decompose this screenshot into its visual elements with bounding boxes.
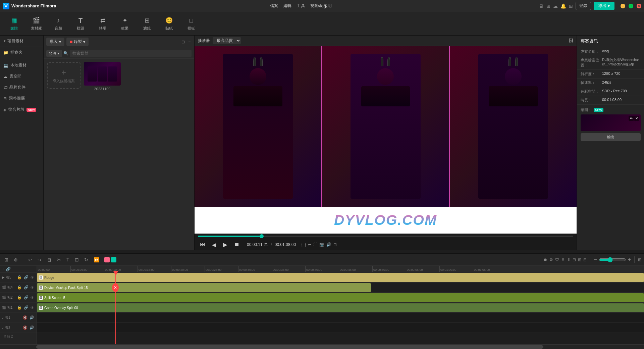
quality-select[interactable]: 最高品質 高品質 中品質 低品質	[213, 37, 241, 44]
import-media-button[interactable]: + 導入媒體檔案	[47, 62, 80, 89]
track-row-a2[interactable]	[37, 323, 644, 333]
tl-rotate-button[interactable]: ↻	[83, 256, 90, 263]
progress-handle[interactable]	[260, 234, 264, 238]
close-button[interactable]: ✕	[637, 4, 641, 8]
media-thumb-20231109[interactable]: 20231109	[84, 62, 121, 91]
tl-export-icon[interactable]: ⬆	[567, 257, 571, 262]
v4-lock-button[interactable]: 🔒	[17, 285, 22, 290]
sidebar-item-local[interactable]: 💻 本地素材	[0, 60, 43, 71]
preview-photo-icon[interactable]: 🖼	[569, 38, 573, 43]
export-thumbnail-button[interactable]: 輸出	[581, 133, 641, 141]
clip-rouge[interactable]: 🎞 Rouge	[37, 273, 644, 282]
v1-link-button[interactable]: 🔗	[23, 305, 29, 310]
v1-lock-button[interactable]: 🔒	[17, 305, 22, 310]
zoom-out-icon[interactable]: −	[594, 257, 597, 263]
menu-edit[interactable]: 編輯	[283, 3, 291, 9]
tl-add-media-button[interactable]: ⊞	[3, 256, 10, 263]
v5-lock-button[interactable]: 🔒	[17, 275, 22, 280]
import-button[interactable]: 導入 ▾	[46, 38, 64, 46]
scrollbar-thumb[interactable]	[36, 345, 543, 349]
menu-view[interactable]: 視圖	[310, 3, 318, 9]
a2-vol-button[interactable]: 🔊	[29, 325, 35, 330]
step-back-button[interactable]: ◀	[210, 241, 218, 249]
export-button[interactable]: 導出 ▾	[594, 2, 614, 10]
play-button[interactable]: ▶	[221, 240, 229, 249]
preset-button[interactable]: 預設 ▾	[46, 50, 62, 57]
maximize-button[interactable]: □	[629, 4, 633, 8]
screenshot-icon[interactable]: 📷	[319, 242, 324, 247]
tl-text-button[interactable]: T	[65, 256, 71, 263]
tl-merge-icon[interactable]: ⊞	[578, 257, 581, 262]
clip-split[interactable]: 🎞 Split Screen 5	[37, 293, 644, 302]
toolbar-item-title[interactable]: T 標題	[70, 14, 91, 34]
v1-eye-button[interactable]: 👁	[30, 305, 35, 310]
track-row-v4[interactable]: 🎞 Device Mockup Pack Split 15	[37, 283, 644, 293]
a1-vol-button[interactable]: 🔊	[29, 315, 35, 320]
menu-file[interactable]: 檔案	[270, 3, 278, 9]
a2-mute-button[interactable]: 🔇	[22, 325, 28, 330]
link-icon[interactable]: 🔗	[6, 267, 11, 271]
toolbar-item-sticker[interactable]: 😊 貼紙	[158, 14, 180, 34]
v5-eye-button[interactable]: 👁	[30, 275, 35, 280]
icon-grid[interactable]: ⊞	[569, 3, 573, 9]
tl-layout-icon[interactable]: ⊞	[638, 257, 641, 262]
tl-shield-icon[interactable]: 🛡	[555, 257, 559, 262]
pip-icon[interactable]: ⊡	[333, 242, 337, 247]
toolbar-item-audio[interactable]: ♪ 音頻	[48, 14, 69, 34]
icon-window-1[interactable]: 🖥	[539, 3, 544, 9]
icon-bell[interactable]: 🔔	[560, 3, 566, 9]
tl-magnet-button[interactable]: ⊛	[12, 256, 19, 263]
toolbar-item-media[interactable]: ▦ 媒體	[3, 14, 25, 34]
sidebar-item-composite[interactable]: ◈ 復合片段 NEW	[0, 104, 43, 115]
sidebar-item-brand[interactable]: 🏷 品牌套件	[0, 82, 43, 93]
tl-settings-icon[interactable]: ⚙	[549, 257, 553, 262]
track-row-v5[interactable]: 🎞 Rouge	[37, 272, 644, 283]
v2-link-button[interactable]: 🔗	[23, 295, 29, 300]
tl-grid-icon[interactable]: ⊞	[583, 257, 587, 262]
sidebar-item-files[interactable]: 📁 檔案夾	[0, 47, 43, 58]
add-track-icon[interactable]: +	[2, 267, 4, 271]
v4-link-button[interactable]: 🔗	[23, 285, 29, 290]
a1-mute-button[interactable]: 🔇	[22, 315, 28, 320]
tl-color-2[interactable]	[111, 257, 116, 262]
toolbar-item-stock[interactable]: 🎬 素材庫	[25, 14, 47, 34]
toolbar-item-filter[interactable]: ⊞ 濾鏡	[136, 14, 158, 34]
tl-color-1[interactable]	[104, 257, 110, 262]
sidebar-item-cloud[interactable]: ☁ 雲空間	[0, 71, 43, 82]
tl-crop-button[interactable]: ⊡	[73, 256, 80, 263]
tl-mic-icon[interactable]: 🎙	[561, 257, 565, 262]
zoom-in-icon[interactable]: +	[628, 257, 631, 263]
progress-bar[interactable]	[198, 236, 573, 237]
clip-device[interactable]: 🎞 Device Mockup Pack Split 15	[37, 283, 371, 292]
timeline-tracks-area[interactable]: 00:00:00 00:00:05:00 00:00:10:00 00:00:1…	[37, 266, 644, 344]
prev-clip-icon[interactable]: ⬅	[308, 242, 311, 247]
icon-cloud[interactable]: ☁	[553, 3, 558, 9]
v4-eye-button[interactable]: 👁	[30, 285, 35, 290]
record-button[interactable]: 錄製 ▾	[66, 38, 89, 46]
search-input[interactable]	[70, 50, 192, 57]
thumb-close-button[interactable]: ✕	[634, 116, 639, 121]
tl-undo-button[interactable]: ↩	[26, 256, 34, 263]
tl-redo-button[interactable]: ↪	[36, 256, 43, 263]
minimize-button[interactable]: –	[621, 4, 625, 8]
fullscreen-icon[interactable]: ⛶	[313, 242, 317, 247]
tl-speed-button[interactable]: ⏩	[92, 256, 101, 263]
timeline-scrollbar[interactable]	[0, 344, 644, 349]
zoom-slider[interactable]	[599, 257, 626, 262]
tl-cut-button[interactable]: ✂	[55, 256, 63, 263]
bracket-right-icon[interactable]: }	[305, 242, 306, 247]
v2-lock-button[interactable]: 🔒	[17, 295, 22, 300]
filter-icon-2[interactable]: ⋯	[187, 40, 192, 44]
toolbar-item-effects[interactable]: ✦ 效果	[114, 14, 136, 34]
v5-link-button[interactable]: 🔗	[23, 275, 29, 280]
track-row-a1[interactable]	[37, 313, 644, 323]
tl-delete-button[interactable]: 🗑	[45, 256, 53, 263]
bracket-left-icon[interactable]: {	[301, 242, 303, 247]
tl-record-icon[interactable]: ⏺	[543, 257, 547, 262]
track-row-v2[interactable]: 🎞 Split Screen 5	[37, 293, 644, 303]
thumb-edit-button[interactable]: ✏	[629, 116, 634, 121]
track-row-v1[interactable]: 🎞 Game Overlay Split 00	[37, 303, 644, 313]
clip-game[interactable]: 🎞 Game Overlay Split 00	[37, 303, 644, 312]
filter-icon-1[interactable]: ⊟	[181, 40, 185, 44]
menu-tools[interactable]: 工具	[297, 3, 305, 9]
